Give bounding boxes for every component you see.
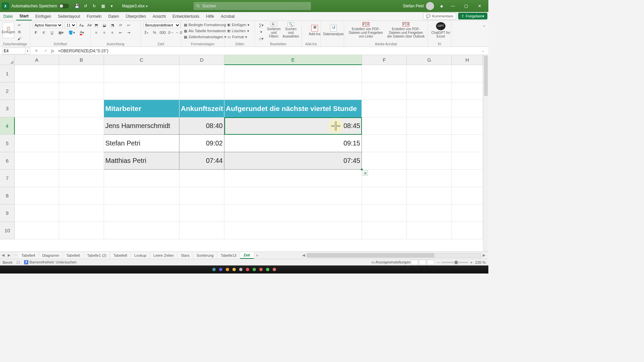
align-bottom-icon[interactable]: ⬔ <box>109 22 115 28</box>
cell-B4[interactable] <box>59 117 104 135</box>
sheet-tab-tabelle4[interactable]: Tabelle4 <box>18 252 39 259</box>
acrobat-share-outlook[interactable]: PDFErstellen von PDF-Dateien und Freigeb… <box>387 22 425 38</box>
cell-B1[interactable] <box>59 65 104 82</box>
font-name-select[interactable]: Aptos Narrow <box>33 22 63 28</box>
tab-formulas[interactable]: Formeln <box>84 12 105 20</box>
cell-F6[interactable] <box>362 152 407 170</box>
cell-E1[interactable] <box>224 65 362 82</box>
autosave-toggle[interactable] <box>59 4 69 8</box>
user-name[interactable]: Stefan Petri <box>403 4 424 8</box>
sheet-nav-prev-icon[interactable]: ◀ <box>0 253 6 257</box>
row-header-3[interactable]: 3 <box>0 100 15 117</box>
col-header-E[interactable]: E <box>224 55 362 65</box>
cells-insert[interactable]: ⊞ Einfügen ▾ <box>227 22 252 27</box>
minimize-button[interactable]: — <box>446 1 460 11</box>
sheet-tab-diagramm[interactable]: Diagramm <box>39 252 63 259</box>
cell-E9[interactable] <box>224 204 362 222</box>
ribbon-collapse-icon[interactable]: ⌄ <box>481 22 487 28</box>
cell-E2[interactable] <box>224 82 362 100</box>
sheet-tab-sortierung[interactable]: Sortierung <box>193 252 217 259</box>
cell-B8[interactable] <box>59 187 104 204</box>
cell-F2[interactable] <box>362 82 407 100</box>
cell-G3[interactable] <box>407 100 452 117</box>
sheet-tab-tabelle13[interactable]: Tabelle13 <box>217 252 240 259</box>
bold-button[interactable]: F <box>33 29 39 36</box>
sheet-tab-tabelle1-2-[interactable]: Tabelle1 (2) <box>84 252 110 259</box>
wrap-icon[interactable]: ↩ <box>125 22 131 28</box>
cell-H6[interactable] <box>452 152 483 170</box>
cell-E6[interactable]: 07:45 <box>224 152 362 170</box>
cell-F7[interactable] <box>362 170 407 187</box>
cell-A3[interactable] <box>15 100 59 117</box>
zoom-out-icon[interactable]: − <box>437 260 439 264</box>
cell-G4[interactable] <box>407 117 452 135</box>
indent-inc-icon[interactable]: ⇥ <box>125 29 131 36</box>
cell-B7[interactable] <box>59 170 104 187</box>
cell-C1[interactable] <box>104 65 179 82</box>
cell-C8[interactable] <box>104 187 179 204</box>
col-header-G[interactable]: G <box>407 55 452 65</box>
col-header-A[interactable]: A <box>15 55 59 65</box>
percent-icon[interactable]: % <box>152 29 158 36</box>
cell-F5[interactable] <box>362 135 407 152</box>
cell-E10[interactable] <box>224 222 362 239</box>
align-middle-icon[interactable]: ⬓ <box>101 22 107 28</box>
row-header-8[interactable]: 8 <box>0 187 15 204</box>
cell-A8[interactable] <box>15 187 59 204</box>
underline-button[interactable]: U <box>49 29 55 36</box>
qat-redo-icon[interactable]: ↻ <box>91 2 98 10</box>
autofill-options-button[interactable]: ⊞ <box>363 170 368 176</box>
display-settings[interactable]: ▭ Anzeigeeinstellungen <box>371 260 411 264</box>
cell-B5[interactable] <box>59 135 104 152</box>
data-analysis-button[interactable]: 📊Datenanalyse <box>323 22 343 38</box>
autosum-icon[interactable]: ∑▾ <box>258 22 265 28</box>
cell-F8[interactable] <box>362 187 407 204</box>
fontcolor-icon[interactable]: A▾ <box>78 29 86 36</box>
cells-delete[interactable]: ⊟ Löschen ▾ <box>227 28 252 34</box>
cell-D3[interactable]: Ankunftszeit <box>179 100 224 117</box>
align-center-icon[interactable]: ≡ <box>101 29 107 36</box>
col-header-B[interactable]: B <box>59 55 104 65</box>
cell-G2[interactable] <box>407 82 452 100</box>
orientation-icon[interactable]: ⟳ <box>117 22 123 28</box>
tab-pagelayout[interactable]: Seitenlayout <box>55 12 84 20</box>
cell-B6[interactable] <box>59 152 104 170</box>
sheet-tab-lookup[interactable]: Lookup <box>131 252 150 259</box>
grid[interactable]: ABCDEFGH 12345678910 MitarbeiterAnkunfts… <box>0 55 488 251</box>
currency-icon[interactable]: ₿▾ <box>144 29 150 36</box>
sheet-nav-next-icon[interactable]: ▶ <box>6 253 12 257</box>
paste-button[interactable]: 📋Einfügen <box>3 22 14 38</box>
tab-help[interactable]: Hilfe <box>203 12 217 20</box>
vertical-scrollbar[interactable] <box>483 55 488 251</box>
tab-data[interactable]: Daten <box>105 12 122 20</box>
tab-developer[interactable]: Entwicklertools <box>169 12 203 20</box>
view-pagebreak-icon[interactable] <box>427 260 434 265</box>
filename-chevron-icon[interactable]: ▾ <box>146 4 148 8</box>
cell-D4[interactable]: 08:40 <box>179 117 224 135</box>
cell-A1[interactable] <box>15 65 59 82</box>
row-header-4[interactable]: 4 <box>0 117 15 135</box>
cell-C4[interactable]: Jens Hammerschmidt <box>104 117 179 135</box>
cell-F1[interactable] <box>362 65 407 82</box>
close-button[interactable]: ✕ <box>473 1 486 11</box>
cell-A2[interactable] <box>15 82 59 100</box>
tab-review[interactable]: Überprüfen <box>122 12 149 20</box>
cell-G8[interactable] <box>407 187 452 204</box>
cell-D6[interactable]: 07:44 <box>179 152 224 170</box>
view-normal-icon[interactable] <box>411 260 418 265</box>
find-select-button[interactable]: 🔍Suchen und Auswählen <box>283 22 299 38</box>
cell-H2[interactable] <box>452 82 483 100</box>
cell-E8[interactable] <box>224 187 362 204</box>
qat-undo-icon[interactable]: ↺ <box>82 2 89 10</box>
formula-input[interactable]: =OBERGRENZE(D4;"0:15") <box>56 49 477 53</box>
cell-C6[interactable]: Matthias Petri <box>104 152 179 170</box>
share-button[interactable]: ⇪ Freigeben ▾ <box>458 13 487 19</box>
filename[interactable]: Mappe3.xlsx <box>122 4 145 8</box>
zoom-in-icon[interactable]: + <box>470 260 472 264</box>
cell-D8[interactable] <box>179 187 224 204</box>
cells-format[interactable]: ▭ Format ▾ <box>227 34 252 40</box>
cell-F3[interactable] <box>362 100 407 117</box>
zoom-level[interactable]: 220 % <box>475 260 486 264</box>
search-box[interactable]: Suchen <box>194 2 311 10</box>
add-sheet-button[interactable]: + <box>254 253 261 258</box>
